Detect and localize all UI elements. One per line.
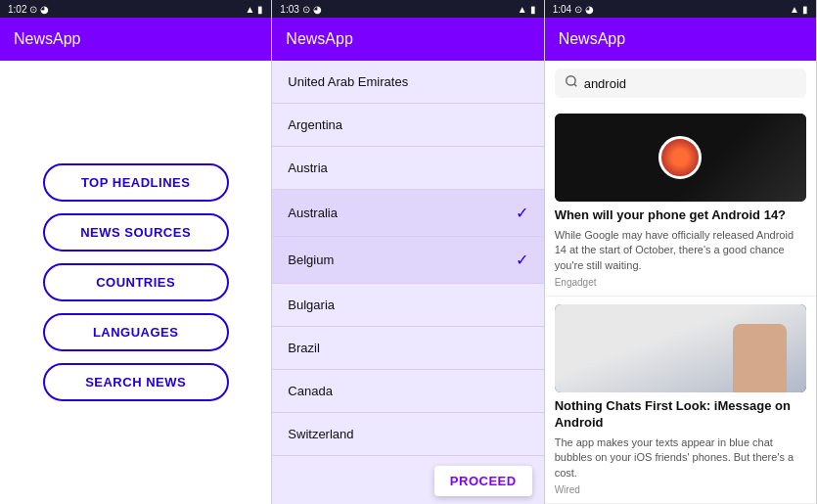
status-right-1: ▲ ▮	[245, 4, 263, 15]
news-image-android14	[555, 114, 806, 202]
news-image-nothing-chats	[555, 304, 806, 392]
countries-button[interactable]: COUNTRIES	[43, 263, 229, 301]
status-bar-3: 1:04 ⊙ ◕ ▲ ▮	[545, 0, 816, 18]
svg-line-1	[573, 84, 576, 87]
main-menu-body: TOP HEADLINES NEWS SOURCES COUNTRIES LAN…	[0, 61, 271, 504]
languages-button[interactable]: LANGUAGES	[43, 313, 229, 351]
country-item-switzerland[interactable]: Switzerland	[272, 413, 543, 456]
countries-container: United Arab Emirates Argentina Austria A…	[272, 61, 543, 504]
news-source-nothing-chats: Wired	[555, 484, 806, 495]
signal-icon-1: ▲	[245, 4, 254, 15]
country-name-bulgaria: Bulgaria	[288, 298, 335, 312]
time-3: 1:04	[553, 4, 571, 15]
status-right-3: ▲ ▮	[790, 4, 808, 15]
country-name-switzerland: Switzerland	[288, 427, 353, 441]
status-left-1: 1:02 ⊙ ◕	[8, 4, 49, 15]
svg-point-0	[566, 76, 574, 85]
country-name-uae: United Arab Emirates	[288, 74, 408, 89]
status-bar-2: 1:03 ⊙ ◕ ▲ ▮	[272, 0, 543, 18]
country-name-canada: Canada	[288, 384, 333, 398]
news-sources-button[interactable]: NEWS SOURCES	[43, 213, 229, 252]
news-title-nothing-chats: Nothing Chats First Look: iMessage on An…	[555, 398, 806, 432]
news-source-android14: Engadget	[555, 277, 806, 288]
country-item-argentina[interactable]: Argentina	[272, 104, 543, 147]
countries-list: United Arab Emirates Argentina Austria A…	[272, 61, 543, 504]
search-body: When will your phone get Android 14? Whi…	[545, 61, 816, 504]
search-icon	[565, 74, 578, 92]
check-icon-belgium: ✓	[516, 251, 528, 269]
time-1: 1:02	[8, 4, 26, 15]
country-item-uae[interactable]: United Arab Emirates	[272, 61, 543, 104]
app-title-2: NewsApp	[286, 30, 352, 48]
app-title-1: NewsApp	[14, 30, 80, 48]
search-input[interactable]	[584, 76, 796, 91]
wifi-icon-1: ◕	[40, 4, 49, 15]
news-title-android14: When will your phone get Android 14?	[555, 207, 806, 224]
country-item-australia[interactable]: Australia ✓	[272, 190, 543, 237]
search-news-button[interactable]: SEARCH NEWS	[43, 363, 229, 401]
country-item-bulgaria[interactable]: Bulgaria	[272, 284, 543, 327]
country-name-argentina: Argentina	[288, 117, 342, 132]
battery-icon-1: ▮	[257, 4, 263, 15]
check-icon-australia: ✓	[516, 204, 528, 222]
time-2: 1:03	[280, 4, 298, 15]
battery-icon-2: ▮	[530, 4, 536, 15]
panel-search: 1:04 ⊙ ◕ ▲ ▮ NewsApp Whe	[545, 0, 817, 504]
news-desc-nothing-chats: The app makes your texts appear in blue …	[555, 435, 806, 481]
proceed-button[interactable]: PROCEED	[434, 466, 532, 496]
app-bar-1: NewsApp	[0, 18, 271, 61]
location-icon-2: ⊙	[302, 4, 310, 15]
signal-icon-2: ▲	[518, 4, 527, 15]
country-item-brazil[interactable]: Brazil	[272, 327, 543, 370]
country-item-canada[interactable]: Canada	[272, 370, 543, 413]
news-card-nothing-chats[interactable]: Nothing Chats First Look: iMessage on An…	[545, 297, 816, 504]
wifi-icon-2: ◕	[313, 4, 322, 15]
location-icon-1: ⊙	[29, 4, 37, 15]
location-icon-3: ⊙	[574, 4, 582, 15]
panel-main-menu: 1:02 ⊙ ◕ ▲ ▮ NewsApp TOP HEADLINES NEWS …	[0, 0, 272, 504]
panel-countries: 1:03 ⊙ ◕ ▲ ▮ NewsApp United Arab Emirate…	[272, 0, 544, 504]
status-left-3: 1:04 ⊙ ◕	[553, 4, 594, 15]
battery-icon-3: ▮	[802, 4, 808, 15]
app-bar-3: NewsApp	[545, 18, 816, 61]
top-headlines-button[interactable]: TOP HEADLINES	[43, 163, 229, 202]
country-name-australia: Australia	[288, 206, 338, 220]
country-name-brazil: Brazil	[288, 341, 320, 355]
country-item-belgium[interactable]: Belgium ✓	[272, 237, 543, 284]
app-title-3: NewsApp	[559, 30, 625, 48]
status-bar-1: 1:02 ⊙ ◕ ▲ ▮	[0, 0, 271, 18]
app-bar-2: NewsApp	[272, 18, 543, 61]
search-bar	[555, 69, 806, 98]
signal-icon-3: ▲	[790, 4, 799, 15]
proceed-bar: PROCEED	[272, 458, 543, 504]
country-item-austria[interactable]: Austria	[272, 147, 543, 190]
country-name-austria: Austria	[288, 160, 327, 175]
news-card-android14[interactable]: When will your phone get Android 14? Whi…	[545, 106, 816, 297]
status-left-2: 1:03 ⊙ ◕	[280, 4, 321, 15]
news-desc-android14: While Google may have officially release…	[555, 228, 806, 273]
country-name-belgium: Belgium	[288, 252, 334, 267]
wifi-icon-3: ◕	[585, 4, 594, 15]
status-right-2: ▲ ▮	[518, 4, 536, 15]
